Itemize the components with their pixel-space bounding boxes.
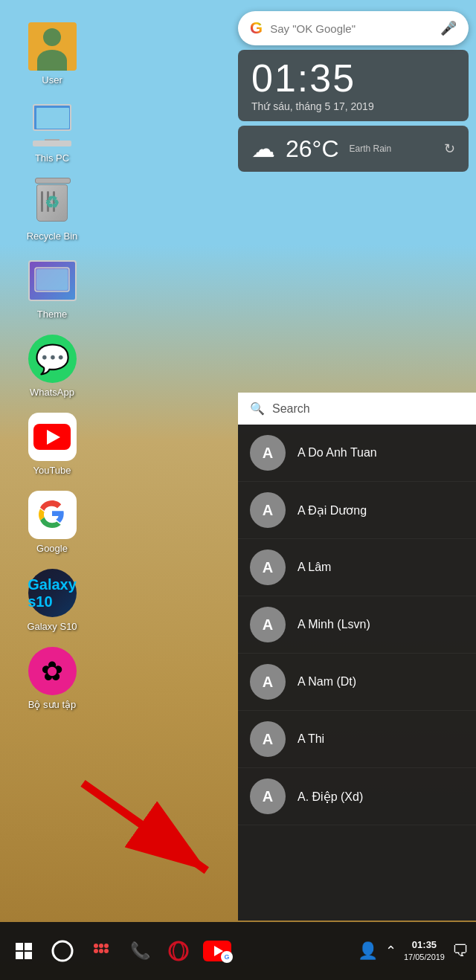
- youtube-icon: [28, 413, 77, 461]
- bst-symbol: ✿: [41, 656, 63, 687]
- windows-svg: [15, 942, 33, 960]
- contact-item-4[interactable]: A A Nam (Dt): [238, 654, 476, 711]
- taskbar-cortana-icon[interactable]: [46, 935, 79, 967]
- monitor-screen: [36, 108, 69, 129]
- taskbar-clock: 01:35 17/05/2019: [404, 939, 445, 962]
- search-bar[interactable]: 🔍 Search: [238, 393, 476, 425]
- contact-name-4: A Nam (Dt): [298, 675, 356, 689]
- svg-rect-6: [16, 952, 23, 959]
- galaxys10-text: Galaxys10: [28, 576, 77, 610]
- contact-item-6[interactable]: A A. Điệp (Xd): [238, 768, 476, 825]
- yt-taskbar-badge: G: [203, 941, 231, 961]
- contact-panel: 🔍 Search A A Do Anh Tuan A A Đại Dương A…: [238, 393, 476, 921]
- bst-icon-bg: ✿: [28, 647, 77, 695]
- recycle-symbol: ♻: [45, 193, 60, 213]
- user-avatar-head: [43, 28, 61, 46]
- taskbar-opera-icon[interactable]: [162, 935, 195, 967]
- desktop-icon-youtube[interactable]: YouTube: [7, 405, 97, 483]
- taskbar-phone-icon[interactable]: 📞: [123, 935, 156, 967]
- svg-point-12: [94, 949, 98, 953]
- desktop-icon-theme[interactable]: Theme: [7, 249, 97, 327]
- bst-icon: ✿: [28, 647, 77, 695]
- clock-widget: 01:35 Thứ sáu, tháng 5 17, 2019: [238, 50, 469, 121]
- taskbar-windows-icon[interactable]: [7, 935, 40, 967]
- contact-avatar-0: A: [250, 435, 286, 471]
- desktop-icon-whatsapp[interactable]: 💬 WhatsApp: [7, 327, 97, 405]
- contact-item-0[interactable]: A A Do Anh Tuan: [238, 425, 476, 482]
- svg-point-14: [104, 949, 109, 953]
- whatsapp-label: WhatsApp: [30, 387, 74, 398]
- weather-widget: ☁ 26°C Earth Rain ↻: [238, 126, 469, 172]
- bin-lid: [35, 178, 71, 184]
- taskview-svg: [91, 941, 111, 961]
- recyclebin-icon: ♻: [28, 178, 77, 227]
- weather-cloud-icon: ☁: [251, 135, 275, 163]
- desktop-icon-galaxys10[interactable]: Galaxys10 Galaxy S10: [7, 561, 97, 639]
- recyclebin-icon-img: ♻: [32, 178, 73, 227]
- svg-line-3: [71, 783, 217, 870]
- search-placeholder: Search: [272, 402, 310, 416]
- galaxy-icon-bg: Galaxys10: [28, 569, 77, 617]
- theme-icon-img: [28, 260, 77, 301]
- contact-list: A A Do Anh Tuan A A Đại Dương A A Lâm A …: [238, 425, 476, 921]
- contact-avatar-1: A: [250, 492, 286, 528]
- user-label: User: [42, 74, 62, 86]
- taskbar-chevron-icon[interactable]: ⌃: [385, 943, 396, 959]
- contact-item-1[interactable]: A A Đại Dương: [238, 482, 476, 539]
- taskbar-taskview-icon[interactable]: [85, 935, 118, 967]
- svg-point-13: [99, 949, 103, 953]
- mic-icon[interactable]: 🎤: [440, 20, 457, 36]
- google-label: Google: [36, 543, 68, 554]
- youtube-icon-bg: [28, 413, 77, 461]
- galaxys10-icon: Galaxys10: [28, 569, 77, 617]
- svg-point-10: [99, 944, 103, 948]
- taskbar-person-icon[interactable]: 👤: [358, 941, 378, 961]
- svg-point-8: [53, 941, 72, 961]
- bin-body: ♻: [36, 184, 68, 222]
- taskbar-clock-time: 01:35: [412, 939, 437, 952]
- weather-condition: Earth Rain: [350, 144, 392, 154]
- clock-time: 01:35: [251, 59, 455, 97]
- contact-name-3: A Minh (Lsvn): [298, 618, 370, 631]
- thispc-icon-img: [28, 104, 77, 145]
- google-svg: [36, 500, 68, 531]
- contact-name-2: A Lâm: [298, 561, 331, 574]
- thispc-icon: [28, 100, 77, 149]
- user-icon: [28, 22, 77, 71]
- clock-date: Thứ sáu, tháng 5 17, 2019: [251, 100, 455, 112]
- youtube-triangle: [47, 430, 60, 445]
- thispc-label: This PC: [35, 152, 69, 164]
- opera-svg: [168, 941, 189, 961]
- search-icon: 🔍: [250, 402, 265, 416]
- desktop-icons-container: User This PC: [0, 15, 104, 718]
- taskbar-right: 👤 ⌃ 01:35 17/05/2019 🗨: [358, 939, 476, 962]
- desktop-icon-thispc[interactable]: This PC: [7, 93, 97, 171]
- taskbar-youtube-icon[interactable]: G: [201, 935, 234, 967]
- google-search-widget[interactable]: G Say "OK Google" 🎤: [238, 11, 469, 45]
- desktop-icon-recyclebin[interactable]: ♻ Recycle Bin: [7, 171, 97, 249]
- theme-icon: [28, 257, 77, 305]
- contact-name-5: A Thi: [298, 732, 324, 746]
- taskbar-clock-date: 17/05/2019: [404, 952, 445, 962]
- whatsapp-symbol: 💬: [35, 343, 70, 375]
- whatsapp-icon-circle: 💬: [28, 335, 77, 383]
- taskbar: 📞 G 👤 ⌃ 01:35 17/05/2019 🗨: [0, 922, 476, 980]
- phone-symbol: 📞: [130, 941, 150, 961]
- desktop-icon-bst[interactable]: ✿ Bộ sưu tập: [7, 639, 97, 718]
- taskbar-chat-icon[interactable]: 🗨: [452, 941, 469, 961]
- desktop-icon-user[interactable]: User: [7, 15, 97, 93]
- weather-refresh-icon[interactable]: ↻: [444, 141, 455, 157]
- whatsapp-icon: 💬: [28, 335, 77, 383]
- contact-avatar-2: A: [250, 549, 286, 585]
- contact-item-2[interactable]: A A Lâm: [238, 539, 476, 596]
- contact-name-1: A Đại Dương: [298, 503, 367, 518]
- youtube-label: YouTube: [33, 465, 71, 476]
- theme-label: Theme: [37, 309, 67, 320]
- svg-rect-1: [36, 269, 68, 290]
- desktop-icon-google[interactable]: Google: [7, 483, 97, 561]
- google-icon: [28, 491, 77, 539]
- user-icon-img: [28, 22, 77, 71]
- svg-rect-4: [16, 943, 23, 950]
- contact-item-3[interactable]: A A Minh (Lsvn): [238, 596, 476, 654]
- contact-item-5[interactable]: A A Thi: [238, 711, 476, 768]
